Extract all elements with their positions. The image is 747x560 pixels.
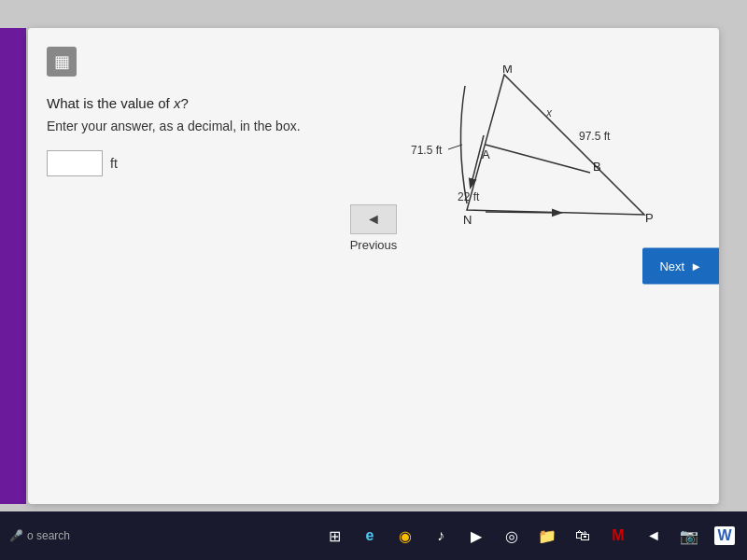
edge-button[interactable]: e <box>357 523 383 549</box>
antivirus-icon: M <box>612 527 624 544</box>
search-label: o search <box>27 529 70 542</box>
camera-button[interactable]: 📷 <box>676 523 702 549</box>
next-label: Next <box>659 259 684 273</box>
variable-x: x <box>174 95 181 111</box>
taskview-icon: ⊞ <box>329 527 341 545</box>
svg-line-3 <box>486 212 560 213</box>
next-arrow-icon: ► <box>690 259 702 273</box>
play-button[interactable]: ▶ <box>463 523 489 549</box>
play-icon: ▶ <box>471 527 482 545</box>
calculator-icon: ▦ <box>54 51 70 72</box>
label-A: A <box>482 147 490 161</box>
left-sidebar-bar <box>0 28 26 504</box>
taskbar: 🎤 o search ⊞ e ◉ ♪ ▶ ◎ 📁 🛍 M ◄ <box>0 511 747 560</box>
back-icon: ◄ <box>646 527 661 544</box>
main-content-area: ▦ What is the value of x? Enter your ans… <box>28 28 719 504</box>
chrome-button[interactable]: ◉ <box>392 523 418 549</box>
word-button[interactable]: W <box>712 523 738 549</box>
calculator-button[interactable]: ▦ <box>47 47 77 77</box>
taskbar-icons: ⊞ e ◉ ♪ ▶ ◎ 📁 🛍 M ◄ 📷 <box>321 523 738 549</box>
label-M: M <box>502 65 513 76</box>
antivirus-button[interactable]: M <box>605 523 631 549</box>
music-icon: ♪ <box>437 527 444 544</box>
next-button[interactable]: Next ► <box>642 248 719 285</box>
music-button[interactable]: ♪ <box>428 523 454 549</box>
bag-button[interactable]: 🛍 <box>570 523 596 549</box>
folder-button[interactable]: 📁 <box>534 523 560 549</box>
label-71-5: 71.5 ft <box>411 144 443 157</box>
answer-input[interactable] <box>47 150 103 176</box>
svg-line-4 <box>448 145 462 149</box>
label-97-5: 97.5 ft <box>579 130 611 143</box>
taskbar-search[interactable]: 🎤 o search <box>9 529 70 542</box>
instagram-button[interactable]: ◎ <box>499 523 525 549</box>
label-P: P <box>645 211 654 225</box>
instagram-icon: ◎ <box>505 527 518 545</box>
camera-icon: 📷 <box>680 527 698 545</box>
label-B: B <box>593 160 601 174</box>
svg-marker-0 <box>467 75 644 215</box>
folder-icon: 📁 <box>538 527 557 545</box>
back-button[interactable]: ◄ <box>641 523 667 549</box>
word-icon: W <box>714 526 734 545</box>
mic-icon: 🎤 <box>9 529 23 542</box>
geometry-diagram: M A B N P x 97.5 ft 71.5 ft 22 ft <box>374 65 663 261</box>
label-N: N <box>463 213 472 227</box>
label-x: x <box>545 106 553 119</box>
svg-line-1 <box>486 145 590 173</box>
taskview-button[interactable]: ⊞ <box>321 523 347 549</box>
bag-icon: 🛍 <box>575 527 590 544</box>
diagram-area: M A B N P x 97.5 ft 71.5 ft 22 ft <box>374 65 672 271</box>
label-22: 22 ft <box>458 190 480 203</box>
chrome-icon: ◉ <box>399 527 412 545</box>
unit-label: ft <box>110 156 118 171</box>
edge-icon: e <box>366 527 374 544</box>
